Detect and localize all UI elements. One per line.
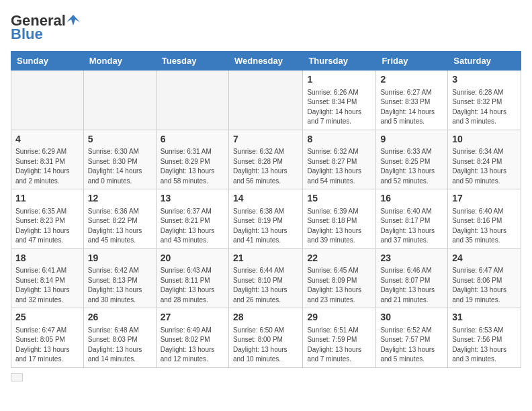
day-info: Sunrise: 6:28 AMSunset: 8:32 PMDaylight:… <box>452 88 517 127</box>
week-row-4: 18Sunrise: 6:41 AMSunset: 8:14 PMDayligh… <box>11 248 521 308</box>
day-info: Sunrise: 6:39 AMSunset: 8:18 PMDaylight:… <box>307 207 371 246</box>
day-number: 22 <box>307 252 371 265</box>
calendar-cell: 14Sunrise: 6:38 AMSunset: 8:19 PMDayligh… <box>228 189 302 249</box>
day-number: 8 <box>307 133 371 146</box>
day-info: Sunrise: 6:36 AMSunset: 8:22 PMDaylight:… <box>88 207 152 246</box>
week-row-2: 4Sunrise: 6:29 AMSunset: 8:31 PMDaylight… <box>11 130 521 189</box>
day-info: Sunrise: 6:44 AMSunset: 8:10 PMDaylight:… <box>233 266 298 305</box>
day-number: 26 <box>88 311 152 324</box>
calendar-cell: 17Sunrise: 6:40 AMSunset: 8:16 PMDayligh… <box>448 189 521 249</box>
week-row-5: 25Sunrise: 6:47 AMSunset: 8:05 PMDayligh… <box>11 308 521 368</box>
day-info: Sunrise: 6:46 AMSunset: 8:07 PMDaylight:… <box>380 266 443 305</box>
day-number: 27 <box>161 311 224 324</box>
day-info: Sunrise: 6:53 AMSunset: 7:56 PMDaylight:… <box>452 326 517 365</box>
day-number: 30 <box>380 311 443 324</box>
calendar-cell: 11Sunrise: 6:35 AMSunset: 8:23 PMDayligh… <box>11 189 84 249</box>
calendar-cell: 21Sunrise: 6:44 AMSunset: 8:10 PMDayligh… <box>228 248 302 308</box>
day-number: 16 <box>380 192 443 205</box>
day-info: Sunrise: 6:32 AMSunset: 8:27 PMDaylight:… <box>307 147 371 186</box>
day-info: Sunrise: 6:35 AMSunset: 8:23 PMDaylight:… <box>15 207 79 246</box>
day-number: 2 <box>380 73 443 87</box>
calendar-cell: 3Sunrise: 6:28 AMSunset: 8:32 PMDaylight… <box>448 71 521 130</box>
day-number: 18 <box>15 252 79 265</box>
col-header-tuesday: Tuesday <box>156 52 228 71</box>
calendar-cell: 23Sunrise: 6:46 AMSunset: 8:07 PMDayligh… <box>376 248 448 308</box>
calendar-cell <box>83 71 156 130</box>
calendar-cell: 8Sunrise: 6:32 AMSunset: 8:27 PMDaylight… <box>303 130 376 189</box>
day-number: 31 <box>452 311 517 324</box>
calendar-cell: 15Sunrise: 6:39 AMSunset: 8:18 PMDayligh… <box>303 189 376 249</box>
col-header-wednesday: Wednesday <box>228 52 302 71</box>
day-number: 17 <box>452 192 517 205</box>
day-info: Sunrise: 6:43 AMSunset: 8:11 PMDaylight:… <box>161 266 224 305</box>
calendar-cell <box>228 71 302 130</box>
day-number: 28 <box>233 311 298 324</box>
calendar-cell: 6Sunrise: 6:31 AMSunset: 8:29 PMDaylight… <box>156 130 228 189</box>
day-number: 19 <box>88 252 152 265</box>
calendar-cell: 20Sunrise: 6:43 AMSunset: 8:11 PMDayligh… <box>156 248 228 308</box>
calendar-cell: 19Sunrise: 6:42 AMSunset: 8:13 PMDayligh… <box>83 248 156 308</box>
day-number: 29 <box>307 311 371 324</box>
day-info: Sunrise: 6:32 AMSunset: 8:28 PMDaylight:… <box>233 147 298 186</box>
col-header-monday: Monday <box>83 52 156 71</box>
day-info: Sunrise: 6:27 AMSunset: 8:33 PMDaylight:… <box>380 88 443 127</box>
week-row-3: 11Sunrise: 6:35 AMSunset: 8:23 PMDayligh… <box>11 189 521 249</box>
day-info: Sunrise: 6:47 AMSunset: 8:05 PMDaylight:… <box>15 326 79 365</box>
day-number: 24 <box>452 252 517 265</box>
calendar-table: SundayMondayTuesdayWednesdayThursdayFrid… <box>11 51 521 368</box>
day-info: Sunrise: 6:45 AMSunset: 8:09 PMDaylight:… <box>307 266 371 305</box>
calendar-cell: 1Sunrise: 6:26 AMSunset: 8:34 PMDaylight… <box>303 71 376 130</box>
calendar-cell <box>11 71 84 130</box>
calendar-cell: 16Sunrise: 6:40 AMSunset: 8:17 PMDayligh… <box>376 189 448 249</box>
day-number: 12 <box>88 192 152 205</box>
col-header-sunday: Sunday <box>11 52 84 71</box>
day-info: Sunrise: 6:49 AMSunset: 8:02 PMDaylight:… <box>161 326 224 365</box>
calendar-cell: 29Sunrise: 6:51 AMSunset: 7:59 PMDayligh… <box>303 308 376 368</box>
day-number: 23 <box>380 252 443 265</box>
day-info: Sunrise: 6:34 AMSunset: 8:24 PMDaylight:… <box>452 147 517 186</box>
day-number: 13 <box>161 192 224 205</box>
calendar-cell: 22Sunrise: 6:45 AMSunset: 8:09 PMDayligh… <box>303 248 376 308</box>
day-number: 20 <box>161 252 224 265</box>
logo-bird-icon <box>66 14 80 28</box>
page-header: General Blue <box>11 11 521 43</box>
day-info: Sunrise: 6:26 AMSunset: 8:34 PMDaylight:… <box>307 88 371 127</box>
calendar-cell: 13Sunrise: 6:37 AMSunset: 8:21 PMDayligh… <box>156 189 228 249</box>
calendar-cell: 2Sunrise: 6:27 AMSunset: 8:33 PMDaylight… <box>376 71 448 130</box>
day-info: Sunrise: 6:52 AMSunset: 7:57 PMDaylight:… <box>380 326 443 365</box>
day-number: 21 <box>233 252 298 265</box>
day-number: 9 <box>380 133 443 146</box>
day-info: Sunrise: 6:42 AMSunset: 8:13 PMDaylight:… <box>88 266 152 305</box>
calendar-cell <box>156 71 228 130</box>
logo-blue-text: Blue <box>11 26 43 43</box>
day-number: 6 <box>161 133 224 146</box>
logo: General Blue <box>11 13 81 43</box>
calendar-cell: 24Sunrise: 6:47 AMSunset: 8:06 PMDayligh… <box>448 248 521 308</box>
day-number: 1 <box>307 73 371 87</box>
day-info: Sunrise: 6:50 AMSunset: 8:00 PMDaylight:… <box>233 326 298 365</box>
legend-icon <box>11 373 23 381</box>
day-info: Sunrise: 6:51 AMSunset: 7:59 PMDaylight:… <box>307 326 371 365</box>
day-number: 25 <box>15 311 79 324</box>
calendar-cell: 28Sunrise: 6:50 AMSunset: 8:00 PMDayligh… <box>228 308 302 368</box>
svg-marker-0 <box>66 15 80 26</box>
calendar-cell: 30Sunrise: 6:52 AMSunset: 7:57 PMDayligh… <box>376 308 448 368</box>
day-number: 3 <box>452 73 517 87</box>
header-row: SundayMondayTuesdayWednesdayThursdayFrid… <box>11 52 521 71</box>
day-info: Sunrise: 6:29 AMSunset: 8:31 PMDaylight:… <box>15 147 79 186</box>
day-info: Sunrise: 6:40 AMSunset: 8:17 PMDaylight:… <box>380 207 443 246</box>
day-number: 4 <box>15 133 79 146</box>
calendar-cell: 4Sunrise: 6:29 AMSunset: 8:31 PMDaylight… <box>11 130 84 189</box>
legend <box>11 373 521 381</box>
day-number: 5 <box>88 133 152 146</box>
day-number: 7 <box>233 133 298 146</box>
calendar-cell: 5Sunrise: 6:30 AMSunset: 8:30 PMDaylight… <box>83 130 156 189</box>
day-info: Sunrise: 6:33 AMSunset: 8:25 PMDaylight:… <box>380 147 443 186</box>
col-header-saturday: Saturday <box>448 52 521 71</box>
day-number: 11 <box>15 192 79 205</box>
day-info: Sunrise: 6:30 AMSunset: 8:30 PMDaylight:… <box>88 147 152 186</box>
calendar-cell: 31Sunrise: 6:53 AMSunset: 7:56 PMDayligh… <box>448 308 521 368</box>
calendar-cell: 10Sunrise: 6:34 AMSunset: 8:24 PMDayligh… <box>448 130 521 189</box>
calendar-cell: 9Sunrise: 6:33 AMSunset: 8:25 PMDaylight… <box>376 130 448 189</box>
day-info: Sunrise: 6:47 AMSunset: 8:06 PMDaylight:… <box>452 266 517 305</box>
